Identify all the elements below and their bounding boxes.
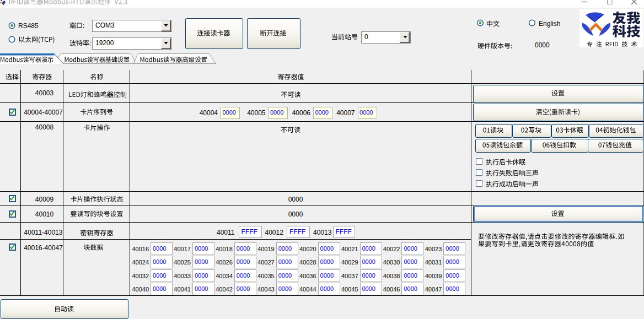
svg-text:40023: 40023: [425, 246, 442, 252]
svg-text:0000: 0000: [362, 245, 375, 252]
svg-text:FFFF: FFFF: [289, 228, 305, 236]
svg-text:40024: 40024: [132, 259, 149, 266]
svg-text:0000: 0000: [278, 272, 292, 279]
svg-text:40009: 40009: [35, 196, 54, 203]
svg-text:40034: 40034: [216, 273, 233, 279]
svg-text:RS485: RS485: [18, 22, 39, 30]
svg-text:40016: 40016: [132, 246, 149, 252]
svg-text:40011-40013: 40011-40013: [24, 229, 63, 236]
svg-text:40021: 40021: [341, 246, 358, 252]
svg-text:0000: 0000: [315, 109, 329, 116]
svg-text:0000: 0000: [153, 285, 166, 292]
svg-text:0000: 0000: [278, 245, 292, 252]
svg-text:0000: 0000: [237, 245, 250, 252]
svg-text:0000: 0000: [223, 109, 236, 116]
svg-text:40008: 40008: [35, 123, 54, 131]
svg-text:40013: 40013: [313, 229, 332, 236]
svg-text:0000: 0000: [237, 272, 250, 279]
svg-text:0000: 0000: [362, 285, 375, 292]
svg-text:0000: 0000: [446, 285, 459, 292]
svg-text:0000: 0000: [404, 258, 417, 265]
svg-text:40019: 40019: [257, 246, 275, 252]
svg-text:0000: 0000: [153, 258, 166, 265]
svg-text:40042: 40042: [216, 286, 233, 293]
svg-text:40038: 40038: [383, 273, 400, 279]
svg-text:0000: 0000: [320, 272, 334, 279]
svg-text:0000: 0000: [195, 245, 208, 252]
svg-text:40033: 40033: [174, 273, 191, 279]
svg-text:0000: 0000: [237, 285, 250, 292]
svg-text:0000: 0000: [320, 258, 334, 265]
svg-text:40031: 40031: [425, 259, 442, 266]
svg-text:40020: 40020: [299, 246, 316, 252]
svg-text:0000: 0000: [446, 258, 459, 265]
svg-text:0000: 0000: [153, 272, 166, 279]
svg-text:40030: 40030: [383, 259, 400, 266]
svg-text:0000: 0000: [446, 272, 459, 279]
svg-text:40016-40047: 40016-40047: [24, 244, 63, 252]
svg-text:40011: 40011: [217, 229, 235, 236]
svg-text:0000: 0000: [278, 285, 292, 292]
svg-text:0000: 0000: [195, 272, 208, 279]
svg-text:0000: 0000: [270, 109, 283, 116]
svg-text:40029: 40029: [341, 259, 358, 266]
svg-text:19200: 19200: [95, 39, 114, 47]
svg-text:40036: 40036: [299, 273, 316, 279]
svg-text:40041: 40041: [174, 286, 191, 293]
svg-text:40045: 40045: [341, 286, 358, 293]
svg-text:0000: 0000: [320, 285, 334, 292]
svg-text:0000: 0000: [446, 245, 459, 252]
svg-text:0000: 0000: [404, 272, 417, 279]
svg-text:0000: 0000: [404, 245, 417, 252]
svg-text:40025: 40025: [174, 259, 191, 266]
svg-text:40005: 40005: [247, 109, 266, 117]
svg-text:0000: 0000: [288, 210, 303, 218]
svg-text:40027: 40027: [257, 259, 275, 266]
svg-text:0000: 0000: [320, 245, 334, 252]
svg-text:40028: 40028: [299, 259, 316, 266]
svg-text:English: English: [539, 20, 560, 28]
svg-text:0000: 0000: [404, 285, 417, 292]
svg-text:FFFF: FFFF: [336, 228, 352, 236]
svg-text:40022: 40022: [383, 246, 400, 252]
svg-text:40017: 40017: [174, 246, 191, 252]
svg-text:COM3: COM3: [95, 21, 115, 29]
svg-text:40004: 40004: [200, 109, 218, 117]
svg-text:0000: 0000: [288, 196, 303, 203]
svg-text:0000: 0000: [359, 109, 373, 116]
svg-text:40039: 40039: [425, 273, 442, 279]
svg-text:40004-40007: 40004-40007: [24, 109, 63, 116]
svg-text:40040: 40040: [132, 286, 149, 293]
svg-text:0000: 0000: [535, 41, 550, 49]
svg-text:FFFF: FFFF: [242, 228, 257, 236]
svg-text:0000: 0000: [195, 285, 208, 292]
svg-text:40018: 40018: [216, 246, 233, 252]
svg-text:0000: 0000: [237, 258, 250, 265]
svg-text:0000: 0000: [195, 258, 208, 265]
svg-text:0: 0: [364, 33, 368, 41]
svg-text:40012: 40012: [265, 229, 284, 236]
svg-text:40010: 40010: [35, 210, 54, 218]
svg-text:40047: 40047: [425, 286, 442, 293]
svg-text:40037: 40037: [341, 273, 358, 279]
svg-text:40006: 40006: [292, 109, 311, 117]
svg-text:0000: 0000: [362, 258, 375, 265]
svg-text:40035: 40035: [257, 273, 275, 279]
svg-text:40032: 40032: [132, 273, 149, 279]
svg-text:40003: 40003: [35, 89, 54, 97]
svg-text:0000: 0000: [153, 245, 166, 252]
svg-text:40007: 40007: [336, 109, 355, 117]
svg-text:40044: 40044: [299, 286, 316, 293]
svg-text:40046: 40046: [383, 286, 400, 293]
svg-text:0000: 0000: [278, 258, 292, 265]
svg-text:40043: 40043: [257, 286, 275, 293]
svg-text:40026: 40026: [216, 259, 233, 266]
svg-text:0000: 0000: [362, 272, 375, 279]
